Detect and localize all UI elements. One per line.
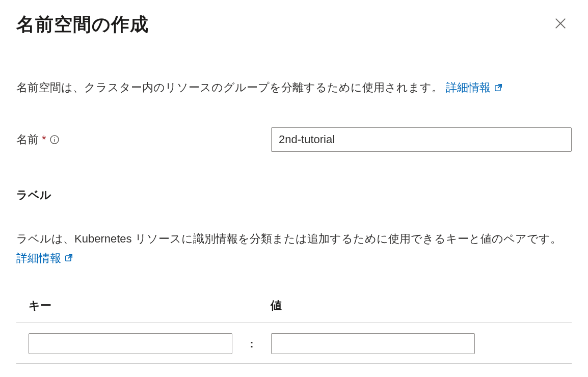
labels-learn-more-text: 詳細情報 [16,249,61,267]
name-input[interactable] [271,127,572,152]
close-icon [553,16,568,32]
name-label: 名前 [16,132,39,147]
label-key-input[interactable] [29,333,232,354]
labels-learn-more-link[interactable]: 詳細情報 [16,249,73,267]
labels-heading: ラベル [16,187,572,203]
label-colon: : [242,337,262,351]
namespace-description-text: 名前空間は、クラスター内のリソースのグループを分離するために使用されます。 [16,81,443,94]
labels-description: ラベルは、Kubernetes リソースに識別情報を分類または追加するために使用… [16,229,572,267]
labels-value-header: 値 [263,298,572,313]
label-value-input[interactable] [271,333,475,354]
info-icon[interactable] [49,134,60,145]
namespace-description: 名前空間は、クラスター内のリソースのグループを分離するために使用されます。 詳細… [16,78,572,97]
labels-table: キー 値 : [16,298,572,364]
close-button[interactable] [549,12,572,36]
namespace-learn-more-link[interactable]: 詳細情報 [446,78,503,97]
required-indicator: * [42,133,46,146]
name-label-wrap: 名前 * [16,132,271,147]
labels-table-header: キー 値 [16,298,572,323]
svg-point-6 [54,138,55,139]
external-link-icon [494,83,503,92]
name-field-row: 名前 * [16,127,572,152]
header-row: 名前空間の作成 [16,12,572,37]
page-title: 名前空間の作成 [16,12,149,37]
labels-key-header: キー [16,298,263,313]
labels-description-text: ラベルは、Kubernetes リソースに識別情報を分類または追加するために使用… [16,232,562,245]
labels-row: : [16,333,572,364]
external-link-icon [64,253,73,262]
namespace-learn-more-text: 詳細情報 [446,78,491,97]
